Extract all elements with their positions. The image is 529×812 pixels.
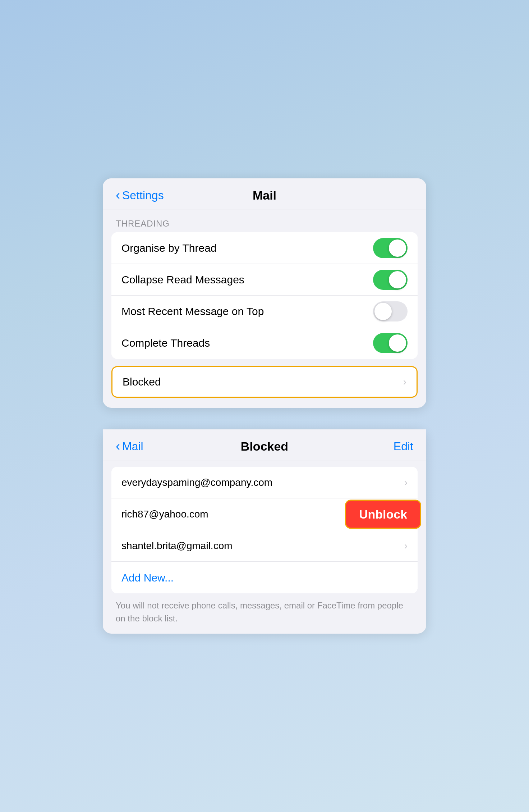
collapse-read-messages-row: Collapse Read Messages [111, 264, 418, 296]
organise-by-thread-label: Organise by Thread [121, 242, 217, 254]
toggle-thumb [374, 303, 392, 320]
settings-back-label: Settings [122, 189, 164, 202]
complete-threads-label: Complete Threads [121, 337, 210, 349]
blocked-email-row-1[interactable]: rich87@yahoo.com › Unblock [111, 498, 418, 530]
complete-threads-row: Complete Threads [111, 327, 418, 359]
mail-title: Mail [253, 188, 276, 202]
mail-nav-bar: ‹ Settings Mail [103, 178, 426, 210]
threading-settings-group: Organise by Thread Collapse Read Message… [111, 232, 418, 359]
most-recent-message-label: Most Recent Message on Top [121, 305, 264, 318]
blocked-row[interactable]: Blocked › [111, 366, 418, 398]
blocked-list-card: ‹ Mail Blocked Edit everydayspaming@comp… [103, 429, 426, 634]
chevron-right-icon: › [404, 540, 408, 552]
most-recent-message-row: Most Recent Message on Top [111, 296, 418, 327]
organise-by-thread-row: Organise by Thread [111, 232, 418, 264]
blocked-email-0: everydayspaming@company.com [121, 477, 272, 488]
blocked-email-row-2[interactable]: shantel.brita@gmail.com › [111, 530, 418, 562]
unblock-button[interactable]: Unblock [345, 499, 421, 529]
most-recent-message-toggle[interactable] [373, 301, 408, 321]
toggle-thumb [389, 271, 406, 288]
mail-back-button[interactable]: ‹ Mail [116, 440, 143, 453]
blocked-emails-group: everydayspaming@company.com › rich87@yah… [111, 467, 418, 593]
threading-section-label: THREADING [103, 210, 426, 232]
collapse-read-messages-label: Collapse Read Messages [121, 274, 244, 286]
chevron-right-icon: › [403, 376, 406, 388]
complete-threads-toggle[interactable] [373, 333, 408, 353]
add-new-row[interactable]: Add New... [111, 562, 418, 593]
edit-button[interactable]: Edit [394, 440, 413, 453]
blocked-title: Blocked [241, 439, 288, 453]
footer-note: You will not receive phone calls, messag… [103, 593, 426, 625]
toggle-thumb [389, 240, 406, 257]
chevron-right-icon: › [404, 477, 408, 488]
mail-back-label: Mail [122, 440, 143, 453]
mail-settings-card: ‹ Settings Mail THREADING Organise by Th… [103, 178, 426, 408]
settings-back-button[interactable]: ‹ Settings [116, 189, 164, 202]
organise-by-thread-toggle[interactable] [373, 238, 408, 258]
blocked-nav-bar: ‹ Mail Blocked Edit [103, 429, 426, 461]
blocked-email-2: shantel.brita@gmail.com [121, 540, 233, 552]
collapse-read-messages-toggle[interactable] [373, 270, 408, 290]
blocked-label: Blocked [123, 376, 161, 388]
chevron-left-icon: ‹ [116, 440, 120, 453]
blocked-email-1: rich87@yahoo.com [121, 508, 208, 520]
chevron-left-icon: ‹ [116, 189, 120, 202]
blocked-email-row-0[interactable]: everydayspaming@company.com › [111, 467, 418, 498]
toggle-thumb [389, 334, 406, 352]
add-new-label[interactable]: Add New... [121, 572, 174, 584]
